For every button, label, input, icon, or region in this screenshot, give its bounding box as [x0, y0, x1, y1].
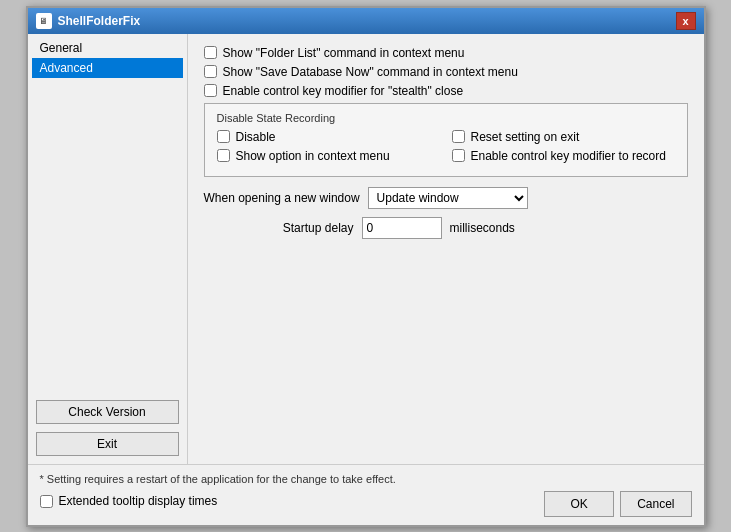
- startup-delay-unit: milliseconds: [450, 221, 515, 235]
- checkbox-enable-control-record-label: Enable control key modifier to record: [471, 149, 666, 163]
- checkbox-enable-control-record: Enable control key modifier to record: [452, 149, 675, 163]
- checkbox-show-folder-list-label: Show "Folder List" command in context me…: [223, 46, 465, 60]
- ok-button[interactable]: OK: [544, 491, 614, 517]
- title-bar-left: 🖥 ShellFolderFix: [36, 13, 141, 29]
- extended-tooltip-label: Extended tooltip display times: [59, 494, 218, 508]
- sidebar-item-advanced-label: Advanced: [40, 61, 93, 75]
- checkbox-reset-setting-input[interactable]: [452, 130, 465, 143]
- exit-button[interactable]: Exit: [36, 432, 179, 456]
- when-opening-label: When opening a new window: [204, 191, 360, 205]
- main-window: 🖥 ShellFolderFix x General Advanced Chec…: [26, 6, 706, 527]
- checkbox-reset-setting-label: Reset setting on exit: [471, 130, 580, 144]
- sidebar-item-general[interactable]: General: [32, 38, 183, 58]
- checkbox-enable-control-record-input[interactable]: [452, 149, 465, 162]
- checkbox-enable-stealth-label: Enable control key modifier for "stealth…: [223, 84, 464, 98]
- footer-buttons: OK Cancel: [544, 491, 691, 517]
- checkbox-show-save-db-input[interactable]: [204, 65, 217, 78]
- disable-state-recording-title: Disable State Recording: [217, 112, 675, 124]
- footer-area: * Setting requires a restart of the appl…: [28, 464, 704, 525]
- disable-state-left: Disable Show option in context menu: [217, 130, 440, 168]
- title-bar: 🖥 ShellFolderFix x: [28, 8, 704, 34]
- sidebar-item-general-label: General: [40, 41, 83, 55]
- checkbox-show-save-db-label: Show "Save Database Now" command in cont…: [223, 65, 518, 79]
- window-title: ShellFolderFix: [58, 14, 141, 28]
- checkbox-disable: Disable: [217, 130, 440, 144]
- cancel-button[interactable]: Cancel: [620, 491, 691, 517]
- startup-delay-row: Startup delay milliseconds: [204, 217, 688, 239]
- checkbox-enable-stealth-input[interactable]: [204, 84, 217, 97]
- app-icon: 🖥: [36, 13, 52, 29]
- check-version-button[interactable]: Check Version: [36, 400, 179, 424]
- startup-delay-input[interactable]: [362, 217, 442, 239]
- checkbox-show-option-context-input[interactable]: [217, 149, 230, 162]
- window-body: General Advanced Check Version Exit Show…: [28, 34, 704, 464]
- sidebar-item-advanced[interactable]: Advanced: [32, 58, 183, 78]
- checkbox-show-option-context-label: Show option in context menu: [236, 149, 390, 163]
- checkbox-show-save-db: Show "Save Database Now" command in cont…: [204, 65, 688, 79]
- disable-state-recording-group: Disable State Recording Disable Show opt…: [204, 103, 688, 177]
- checkbox-disable-input[interactable]: [217, 130, 230, 143]
- window-left: General Advanced Check Version Exit: [28, 34, 188, 464]
- content-area: Show "Folder List" command in context me…: [188, 34, 704, 464]
- checkbox-disable-label: Disable: [236, 130, 276, 144]
- footer-bottom: Extended tooltip display times OK Cancel: [40, 491, 692, 517]
- extended-tooltip-row: Extended tooltip display times: [40, 494, 218, 508]
- extended-tooltip-input[interactable]: [40, 495, 53, 508]
- checkbox-enable-stealth: Enable control key modifier for "stealth…: [204, 84, 688, 98]
- disable-state-recording-cols: Disable Show option in context menu Rese…: [217, 130, 675, 168]
- disable-state-right: Reset setting on exit Enable control key…: [452, 130, 675, 168]
- close-button[interactable]: x: [676, 12, 696, 30]
- checkbox-show-folder-list-input[interactable]: [204, 46, 217, 59]
- when-opening-select[interactable]: Update window Do nothing Open new window: [368, 187, 528, 209]
- checkbox-show-folder-list: Show "Folder List" command in context me…: [204, 46, 688, 60]
- startup-delay-label: Startup delay: [204, 221, 354, 235]
- checkbox-reset-setting: Reset setting on exit: [452, 130, 675, 144]
- footer-note: * Setting requires a restart of the appl…: [40, 473, 692, 485]
- when-opening-row: When opening a new window Update window …: [204, 187, 688, 209]
- sidebar-nav: General Advanced: [28, 34, 187, 392]
- checkbox-show-option-context: Show option in context menu: [217, 149, 440, 163]
